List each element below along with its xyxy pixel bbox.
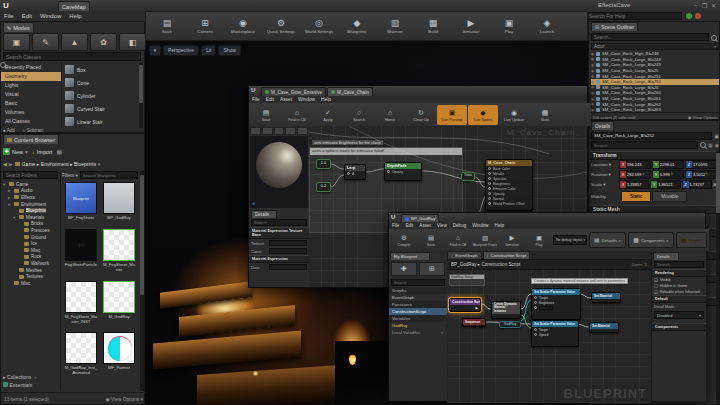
comment-box[interactable]: GodRay Setup [449,274,485,286]
menu-item[interactable]: Help [318,97,334,102]
blueprint-toolbar-button[interactable]: ▣ Play [526,231,552,250]
scale-x-field[interactable]: X1.33857 [619,180,649,189]
asset-tile[interactable]: M_FogSheet_Master_INST [63,281,99,331]
preview-toolbar-icon[interactable] [274,127,285,135]
material-editor-tab[interactable]: M_Cave_Chain [327,87,373,96]
details-scrollbar[interactable] [716,151,720,403]
forward-button[interactable]: ▶ [9,161,13,167]
help-search-field[interactable] [586,12,682,20]
details-section-header[interactable]: Rendering [652,269,706,277]
scene-outliner-tab[interactable]: ⊞ Scene Outliner [591,22,638,31]
material-toolbar-button[interactable]: ◉ Live Update [499,105,529,125]
mobility-option-button[interactable]: Static [621,191,651,202]
property-value-field[interactable] [269,264,307,270]
placement-mode-button[interactable]: ▲ [61,33,88,51]
blueprint-toolbar-button[interactable]: ⚙ Compile [391,231,417,250]
asset-tile[interactable]: Blueprint BP_FogSheet [63,182,99,227]
toolbar-button[interactable]: ▥ Matinee [376,13,414,39]
blueprint-details-search[interactable] [654,261,704,268]
set-material-node[interactable]: Set Material [591,292,621,303]
time-node[interactable]: Time [461,172,475,181]
modes-scrollbar[interactable] [139,63,143,128]
my-blueprint-row[interactable]: Variables [389,315,447,322]
placeable-item[interactable]: Cone [62,76,138,89]
toolbar-button[interactable]: ◎ World Settings [300,13,338,39]
folder-tree-item[interactable]: Blueprints [3,207,59,214]
add-new-button[interactable]: ✚ [391,262,417,276]
editor-mode-button[interactable]: ▦ Graph [676,232,707,248]
modes-tab[interactable]: ✎ Modes [3,22,34,32]
my-blueprint-row[interactable]: GodRay [389,322,447,329]
material-details-tab[interactable]: Details [251,210,277,218]
folder-tree-item[interactable]: Bricks [3,221,59,228]
viewport-lit-button[interactable]: Lit [201,45,216,56]
blueprint-toolbar-button[interactable]: ▶ Simulate [499,231,525,250]
detail-mode-dropdown[interactable]: Disabled▾ [654,311,704,319]
visibility-eye-icon[interactable]: ◉ [591,80,594,84]
outliner-search-field[interactable] [591,33,709,41]
location-z-field[interactable]: Z17.0595 [685,160,717,169]
folder-tree-item[interactable]: Meshes [3,267,59,274]
visibility-eye-icon[interactable]: ◉ [591,74,594,78]
expression-section-header[interactable]: Material Expression Texture Base [249,227,309,239]
material-details-search[interactable] [251,219,307,226]
toolbar-button[interactable]: ▤ Save [148,13,186,39]
breadcrumb[interactable]: Game ▸ Environment ▸ Blueprints ▾ [22,161,100,167]
rotation-x-field[interactable]: X282.599 ° [619,170,651,179]
folder-tree-item[interactable]: Misc [3,247,59,254]
collections-header[interactable]: ▸ Collections ＋ [3,374,38,380]
set-scalar-parameter-node[interactable]: Set Scalar Parameter Value Target Speed [531,320,579,347]
material-toolbar-button[interactable]: ↻ Clean Up [406,105,436,125]
rotation-z-field[interactable]: Z3.5012 ° [685,170,717,179]
material-toolbar-button[interactable]: ⌂ Find in CB [282,105,312,125]
material-toolbar-button[interactable]: ◆ Live Nodes [468,105,498,125]
my-blueprint-row[interactable]: Graphs [389,287,447,294]
create-dynamic-material-node[interactable]: Create Dynamic Material Instance [491,301,521,319]
property-matrix-icon[interactable]: ▦ [708,142,713,148]
modes-category[interactable]: Lights [1,81,61,90]
folder-tree-item[interactable]: ▾ Environment [3,201,59,208]
toolbar-button[interactable]: ▣ Play [490,13,528,39]
material-toolbar-button[interactable]: ▦ Stats [530,105,560,125]
details-search-field[interactable] [591,141,698,149]
lerp-node[interactable]: Lerp A [344,164,366,180]
help-icon[interactable] [695,13,701,19]
sequence-node[interactable]: Sequence [462,318,486,327]
folder-tree-item[interactable]: Rock [3,254,59,261]
checkbox[interactable]: ☑ [654,290,658,295]
new-asset-button[interactable]: ✚ New▾ [3,148,28,155]
checkbox[interactable]: ☑ [654,278,658,283]
menu-item[interactable]: Window [469,223,491,228]
modes-category[interactable]: Recently Placed [1,63,61,72]
folder-tree-item[interactable]: ▾ Game [3,181,59,188]
construction-script-node[interactable]: Construction Script ▶ [449,298,481,312]
placement-mode-button[interactable]: ✎ [32,33,59,51]
details-tab[interactable]: Details [591,121,614,130]
blueprint-toolbar-button[interactable]: ⌂ Find in CB [445,231,471,250]
debug-object-dropdown[interactable]: No debug object▾ [553,235,587,245]
add-local-variable-icon[interactable]: ＋ [440,329,444,337]
preview-toolbar-icon[interactable] [262,127,273,135]
rotation-label[interactable]: Rotation ▾ [591,172,618,177]
set-scalar-parameter-node[interactable]: Set Scalar Parameter Value Target Bright… [531,288,581,320]
asset-tile[interactable]: BP_GodRay [101,182,137,227]
asset-tile[interactable]: MF_Panner [101,332,137,382]
preview-toolbar-icon[interactable] [250,127,261,135]
editor-mode-button[interactable]: ▤ Defaults ▸ [589,232,626,248]
mobility-option-button[interactable]: Movable [652,191,687,202]
material-input-pin[interactable]: World Position Offset [486,201,532,206]
toolbar-button[interactable]: ◆ Blueprints [338,13,376,39]
asset-search-field[interactable] [80,171,138,179]
viewport-show-button[interactable]: Show [218,45,241,56]
material-editor-tab[interactable]: M_Cave_Glow_Emissive [261,87,326,96]
my-blueprint-tab[interactable]: My Blueprint [390,252,430,260]
menu-item[interactable]: Edit [402,223,416,228]
comment-header[interactable]: uses a sphere mask for emissive falloff [310,148,462,155]
local-variables-row[interactable]: Local Variables ＋ [389,329,447,337]
asset-tile[interactable]: M_GodRay [101,281,137,331]
folder-tree-item[interactable]: Wallwork [3,260,59,267]
visibility-eye-icon[interactable]: ◉ [591,97,594,101]
location-label[interactable]: Location ▾ [591,162,618,167]
modes-category[interactable]: Basic [1,99,61,108]
menu-item[interactable]: File [389,223,402,228]
